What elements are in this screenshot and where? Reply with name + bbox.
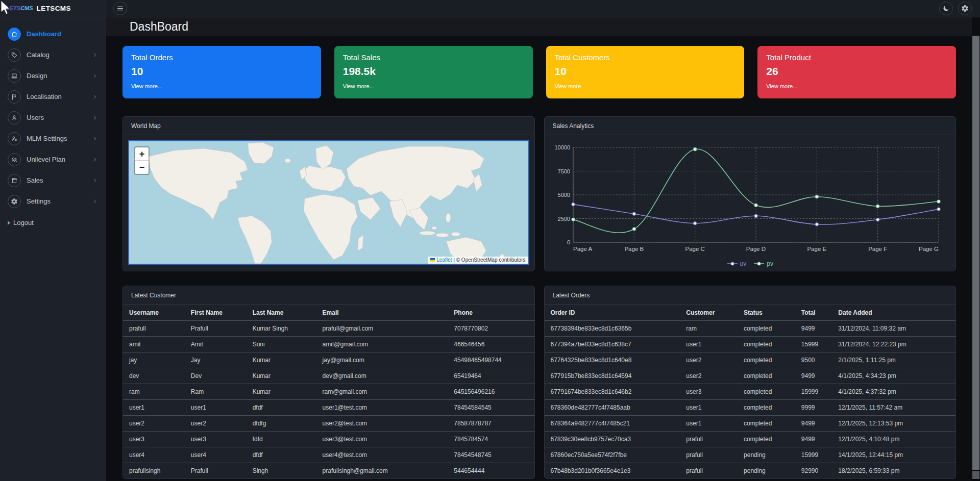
- topbar-actions: [939, 2, 974, 15]
- sidebar-item-design[interactable]: Design: [0, 65, 106, 86]
- leaflet-link[interactable]: Leaflet: [436, 257, 452, 263]
- table-row: 67860ec750a5ee574f2f7fbeprafullpending15…: [545, 447, 956, 463]
- table-row: 678364a9482777c4f7485c21user1completed94…: [545, 416, 956, 432]
- sidebar-item-mlm-settings[interactable]: MLM Settings: [0, 128, 106, 149]
- vertical-scrollbar[interactable]: [972, 36, 980, 481]
- cell-email: user4@test.com: [316, 447, 448, 463]
- cell-status: completed: [738, 432, 795, 447]
- latest-customer-table-wrap: UsernameFirst NameLast NameEmailPhonepra…: [123, 305, 534, 478]
- cell-email: prafull@gmail.com: [316, 321, 448, 337]
- column-header-customer: Customer: [680, 305, 738, 321]
- svg-text:Page C: Page C: [685, 246, 704, 252]
- cell-total: 9999: [795, 400, 832, 416]
- cell-status: pending: [738, 463, 795, 479]
- cell-status: completed: [738, 384, 795, 400]
- table-row: amitAmitSoniamit@gmail.com466546456: [123, 337, 534, 352]
- cell-order-id: 67860ec750a5ee574f2f7fbe: [545, 447, 680, 463]
- cell-phone: 45498465498744: [448, 352, 534, 368]
- cell-status: completed: [738, 368, 795, 384]
- cell-last-name: Kumar: [247, 368, 316, 384]
- hamburger-icon: [116, 5, 124, 12]
- latest-customer-panel: Latest Customer UsernameFirst NameLast N…: [122, 286, 535, 479]
- cell-total: 9499: [795, 416, 832, 432]
- cell-date-added: 4/1/2025, 4:34:23 pm: [832, 368, 955, 384]
- stat-card-total-sales: Total Sales198.5kView more...: [334, 46, 533, 98]
- sidebar-item-catalog[interactable]: Catalog: [0, 44, 106, 65]
- cell-customer: prafull: [680, 432, 738, 447]
- cell-total: 15999: [795, 337, 832, 352]
- table-row: jayJayKumarjay@gmail.com45498465498744: [123, 352, 534, 368]
- cell-last-name: Singh: [247, 463, 316, 479]
- table-row: 677394a7be833ec8d1c638c7user1completed15…: [545, 337, 956, 352]
- sidebar-item-label: Users: [27, 114, 44, 121]
- sidebar-item-unilevel-plan[interactable]: Unilevel Plan: [0, 149, 106, 170]
- menu-toggle-button[interactable]: [113, 2, 127, 15]
- cell-first-name: Prafull: [185, 463, 247, 479]
- cell-phone: 78454584545: [448, 400, 534, 416]
- table-row: 678360de482777c4f7485aabuser1completed99…: [545, 400, 956, 416]
- sidebar-item-settings[interactable]: Settings: [0, 191, 106, 212]
- logout-label: Logout: [13, 219, 34, 226]
- cell-order-id: 67764325be833ec8d1c640e8: [545, 352, 680, 368]
- column-header-username: Username: [123, 305, 185, 321]
- sidebar-item-dashboard[interactable]: Dashboard: [0, 23, 106, 44]
- user-icon: [8, 111, 21, 124]
- map-zoom-in-button[interactable]: +: [135, 147, 149, 161]
- scrollbar-thumb[interactable]: [972, 36, 979, 470]
- gear-icon: [8, 195, 21, 208]
- cell-date-added: 31/12/2024, 11:09:32 am: [832, 321, 955, 337]
- scrollbar-corner: [972, 471, 979, 479]
- map-zoom-out-button[interactable]: −: [135, 161, 149, 174]
- view-more-link[interactable]: View more...: [766, 83, 947, 89]
- table-row: user4user4dfdfuser4@test.com78454548745: [123, 447, 534, 463]
- dark-mode-toggle-button[interactable]: [939, 2, 953, 15]
- cell-order-id: 677394a7be833ec8d1c638c7: [545, 337, 680, 352]
- page-title: DashBoard: [130, 20, 188, 34]
- cell-phone: 78587878787: [448, 416, 534, 432]
- chevron-right-icon: [92, 52, 98, 58]
- leaflet-map[interactable]: + − Leaflet | © OpenStreetMap contributo…: [128, 140, 529, 265]
- table-row: 67764325be833ec8d1c640e8user2completed95…: [545, 352, 956, 368]
- cell-phone: 7078770802: [448, 321, 534, 337]
- svg-text:2500: 2500: [557, 216, 570, 222]
- sidebar-item-sales[interactable]: Sales: [0, 170, 106, 191]
- cell-phone: 65419464: [448, 368, 534, 384]
- cell-email: amit@gmail.com: [316, 337, 448, 352]
- sidebar-item-users[interactable]: Users: [0, 107, 106, 128]
- sidebar-item-localisation[interactable]: Localisation: [0, 86, 106, 107]
- legend-item-pv[interactable]: pv: [753, 260, 773, 267]
- stat-cards: Total Orders10View more...Total Sales198…: [122, 46, 956, 98]
- cell-username: prafullsingh: [123, 463, 185, 479]
- cell-date-added: 12/1/2025, 12:13:53 pm: [832, 416, 955, 432]
- cell-date-added: 4/1/2025, 4:37:32 pm: [832, 384, 955, 400]
- stat-card-title: Total Sales: [343, 53, 524, 62]
- cell-last-name: fdfd: [247, 432, 316, 447]
- cell-last-name: dfdfg: [247, 416, 316, 432]
- settings-button[interactable]: [958, 2, 972, 15]
- column-header-date-added: Date Added: [832, 305, 955, 321]
- sales-analytics-panel: Sales Analytics 025005000750010000Page A…: [544, 116, 957, 271]
- cell-username: user1: [123, 400, 185, 416]
- tag-icon: [8, 48, 21, 62]
- column-header-last-name: Last Name: [247, 305, 316, 321]
- cell-first-name: user3: [185, 432, 247, 447]
- cell-status: completed: [738, 416, 795, 432]
- world-map-panel-title: World Map: [123, 117, 534, 135]
- sidebar-item-logout[interactable]: Logout: [0, 212, 106, 234]
- topbar: [106, 0, 980, 17]
- brand-logo[interactable]: LETSCMS LETSCMS: [0, 0, 106, 17]
- view-more-link[interactable]: View more...: [131, 83, 312, 89]
- chevron-right-icon: [92, 198, 98, 205]
- legend-item-uv[interactable]: uv: [727, 260, 747, 267]
- view-more-link[interactable]: View more...: [343, 83, 524, 89]
- view-more-link[interactable]: View more...: [555, 83, 736, 89]
- stat-card-value: 26: [766, 65, 947, 78]
- stat-card-value: 10: [131, 65, 312, 78]
- orders-table: Order IDCustomerStatusTotalDate Added677…: [545, 305, 956, 478]
- sidebar-item-label: Design: [27, 72, 47, 80]
- cell-total: 9499: [795, 432, 832, 447]
- cell-last-name: dfdf: [247, 400, 316, 416]
- cell-first-name: Amit: [185, 337, 247, 352]
- cell-first-name: Prafull: [185, 321, 247, 337]
- cell-first-name: Ram: [185, 384, 247, 400]
